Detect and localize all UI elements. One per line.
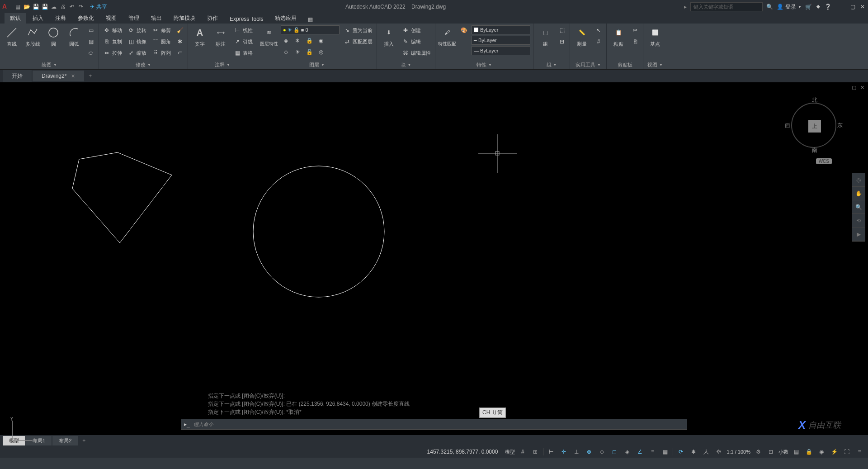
tab-insert[interactable]: 插入 (27, 13, 49, 24)
save-icon[interactable]: 💾 (32, 3, 39, 10)
ortho-button[interactable]: ⊥ (571, 447, 581, 456)
erase-button[interactable]: 🧹 (175, 25, 185, 35)
array-button[interactable]: ⠿阵列 (151, 48, 172, 58)
new-filetab-button[interactable]: + (85, 71, 95, 81)
paste-button[interactable]: 📋 粘贴 (609, 25, 627, 47)
text-button[interactable]: A 文字 (191, 25, 209, 47)
layout-add-button[interactable]: + (79, 436, 89, 445)
color-combo[interactable]: ByLayer (472, 25, 530, 34)
group-edit-button[interactable]: ⬚ (557, 25, 567, 35)
line-button[interactable]: 直线 (3, 25, 21, 47)
explode-button[interactable]: ✱ (175, 37, 185, 47)
trim-button[interactable]: ✂修剪 (151, 25, 172, 35)
scale-button[interactable]: ⤢缩放 (126, 48, 148, 58)
dynamic-input-button[interactable]: ✛ (559, 447, 569, 456)
polyline-button[interactable]: 多段线 (24, 25, 42, 47)
polar-button[interactable]: ⊛ (584, 447, 594, 456)
infocenter-arrow-icon[interactable]: ▸ (684, 4, 687, 10)
layer-uniso-button[interactable]: ◇ (281, 47, 291, 57)
panel-annotation-title[interactable]: 注释▼ (191, 61, 254, 69)
annotation-monitor-button[interactable]: ✱ (689, 447, 698, 456)
customize-button[interactable]: ≡ (854, 447, 864, 456)
tab-featured[interactable]: 精选应用 (269, 13, 302, 24)
tab-manage[interactable]: 管理 (123, 13, 145, 24)
app-logo[interactable]: A (2, 3, 10, 11)
layer-combo[interactable]: ● ☀ 🔓 ■ 0 (281, 25, 340, 34)
select-button[interactable]: ↖ (594, 25, 604, 35)
help-icon[interactable]: ❔ (825, 4, 831, 10)
vp-close-button[interactable]: ✕ (859, 84, 865, 90)
search-icon[interactable]: 🔍 (766, 4, 773, 10)
compass-south[interactable]: 南 (812, 147, 817, 154)
grid-button[interactable]: # (518, 447, 528, 456)
dimension-button[interactable]: ⟷ 标注 (212, 25, 230, 47)
hatch-button[interactable]: ▨ (86, 37, 96, 47)
base-button[interactable]: ⬜ 基点 (646, 25, 664, 47)
tab-annotate[interactable]: 注释 (50, 13, 71, 24)
scale-display[interactable]: 1:1 / 100% (726, 449, 750, 455)
layer-unlock-button[interactable]: 🔓 (304, 47, 314, 57)
linear-button[interactable]: ⊢线性 (232, 25, 254, 35)
isolate-button[interactable]: ◉ (816, 447, 826, 456)
matchlayer-button[interactable]: ⇄匹配图层 (342, 37, 374, 47)
close-button[interactable]: ✕ (859, 4, 866, 10)
lineweight-combo[interactable]: ━ ByLayer (472, 36, 530, 45)
layer-freeze-button[interactable]: ❄ (292, 36, 302, 46)
vp-minimize-button[interactable]: — (843, 84, 849, 90)
tab-expresstools[interactable]: Express Tools (224, 14, 269, 24)
setcurrent-button[interactable]: ➘置为当前 (342, 25, 374, 35)
anno-visibility-button[interactable]: ⯐ (714, 447, 724, 456)
drawing-canvas[interactable]: — ▢ ✕ 上 北 南 东 西 WCS ◎ ✋ 🔍 ⟲ ▶ Y X 指定下一点或… (0, 82, 868, 435)
quickprops-button[interactable]: ▤ (791, 447, 801, 456)
layer-iso-button[interactable]: ◈ (281, 36, 291, 46)
count-button[interactable]: # (594, 37, 604, 47)
circle-button[interactable]: 圆 (44, 25, 62, 47)
measure-button[interactable]: 📏 测量 (573, 25, 591, 47)
tab-output[interactable]: 输出 (146, 13, 167, 24)
search-box[interactable]: 键入关键字或短语 (690, 2, 763, 11)
layout2-tab[interactable]: 布局2 (52, 436, 78, 445)
pan-button[interactable]: ✋ (852, 187, 865, 200)
tab-default[interactable]: 默认 (5, 13, 26, 24)
cleanscreen-button[interactable]: ⛶ (842, 447, 852, 456)
anno-scale-button[interactable]: 人 (701, 447, 711, 456)
3dosnap-button[interactable]: ◈ (622, 447, 632, 456)
filetab-start[interactable]: 开始 (3, 70, 32, 82)
view-cube[interactable]: 上 北 南 东 西 (787, 98, 841, 152)
tab-parametric[interactable]: 参数化 (72, 13, 99, 24)
vp-maximize-button[interactable]: ▢ (851, 84, 857, 90)
layer-thaw-button[interactable]: ☀ (292, 47, 302, 57)
compass-north[interactable]: 北 (812, 96, 817, 104)
ungroup-button[interactable]: ⊟ (557, 37, 567, 47)
layer-lock-button[interactable]: 🔒 (304, 36, 314, 46)
maximize-button[interactable]: ▢ (849, 4, 856, 10)
arc-button[interactable]: 圆弧 (65, 25, 83, 47)
create-block-button[interactable]: ✚创建 (401, 25, 432, 35)
color-wheel-button[interactable]: 🎨 (459, 25, 469, 35)
linetype-combo[interactable]: — ByLayer (472, 46, 530, 55)
plot-icon[interactable]: 🖨 (59, 3, 66, 10)
isodraft-button[interactable]: ◇ (597, 447, 607, 456)
group-button[interactable]: ⬚ 组 (536, 25, 554, 47)
filetab-drawing[interactable]: Drawing2* ✕ (33, 71, 84, 81)
leader-button[interactable]: ↗引线 (232, 37, 254, 47)
zoom-extents-button[interactable]: 🔍 (852, 200, 865, 214)
panel-group-title[interactable]: 组▼ (536, 61, 567, 69)
minimize-button[interactable]: — (840, 4, 846, 10)
redo-icon[interactable]: ↷ (77, 3, 85, 10)
insert-block-button[interactable]: ⬇ 插入 (380, 25, 398, 47)
tab-collab[interactable]: 协作 (202, 13, 223, 24)
panel-draw-title[interactable]: 绘图▼ (3, 61, 96, 69)
transparency-button[interactable]: ▦ (660, 447, 670, 456)
table-button[interactable]: ▦表格 (232, 48, 254, 58)
prop-match-button[interactable]: 🖌 特性匹配 (438, 25, 456, 47)
copy-button[interactable]: ⎘复制 (102, 37, 123, 47)
mirror-button[interactable]: ◫镜像 (126, 37, 148, 47)
filetab-close-icon[interactable]: ✕ (71, 73, 75, 79)
compass-east[interactable]: 东 (837, 122, 843, 129)
infer-button[interactable]: ⊢ (546, 447, 556, 456)
cart-icon[interactable]: 🛒 (805, 4, 812, 10)
command-line[interactable]: ▸_ 键入命令 (181, 419, 687, 430)
layer-off-button[interactable]: ◉ (316, 36, 326, 46)
saveas-icon[interactable]: 💾 (41, 3, 48, 10)
